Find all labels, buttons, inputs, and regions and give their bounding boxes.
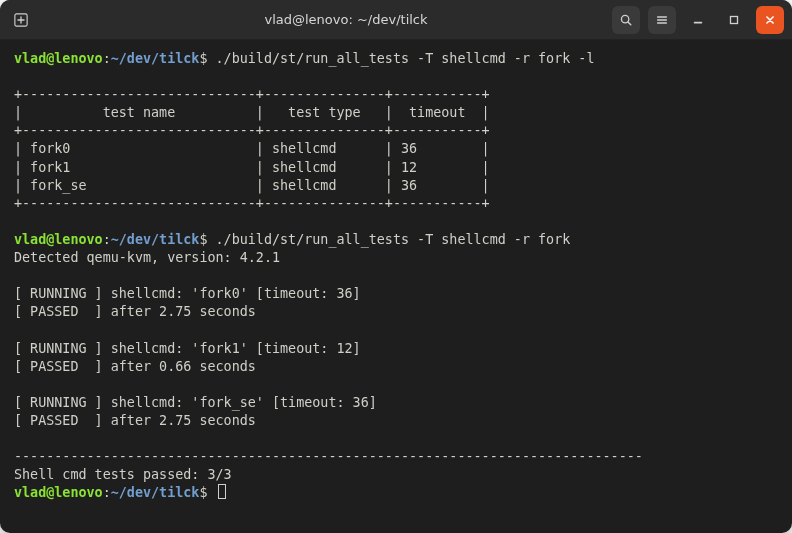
- prompt-sep: :: [103, 51, 111, 66]
- terminal-body[interactable]: vlad@lenovo:~/dev/tilck$ ./build/st/run_…: [0, 40, 792, 516]
- test-passed: [ PASSED ] after 0.66 seconds: [14, 359, 256, 374]
- prompt-path: ~/dev/tilck: [111, 232, 200, 247]
- close-icon: [763, 13, 777, 27]
- test-running: [ RUNNING ] shellcmd: 'fork_se' [timeout…: [14, 395, 377, 410]
- command-2: ./build/st/run_all_tests -T shellcmd -r …: [216, 232, 571, 247]
- table-row: | fork0 | shellcmd | 36 |: [14, 141, 490, 156]
- minimize-button[interactable]: [684, 6, 712, 34]
- table-border-mid: +-----------------------------+---------…: [14, 123, 490, 138]
- prompt-user: vlad: [14, 232, 46, 247]
- command-1: ./build/st/run_all_tests -T shellcmd -r …: [216, 51, 595, 66]
- window-title: vlad@lenovo: ~/dev/tilck: [128, 11, 564, 29]
- prompt-dollar: $: [199, 485, 207, 500]
- table-row: | fork_se | shellcmd | 36 |: [14, 178, 490, 193]
- prompt-path: ~/dev/tilck: [111, 51, 200, 66]
- maximize-icon: [727, 13, 741, 27]
- maximize-button[interactable]: [720, 6, 748, 34]
- prompt-host: @lenovo: [46, 485, 102, 500]
- minimize-icon: [691, 13, 705, 27]
- prompt-path: ~/dev/tilck: [111, 485, 200, 500]
- menu-button[interactable]: [648, 6, 676, 34]
- prompt-host: @lenovo: [46, 51, 102, 66]
- test-passed: [ PASSED ] after 2.75 seconds: [14, 304, 256, 319]
- detected-line: Detected qemu-kvm, version: 4.2.1: [14, 250, 280, 265]
- svg-line-2: [628, 21, 631, 24]
- prompt-host: @lenovo: [46, 232, 102, 247]
- cursor: [218, 484, 226, 499]
- table-border-top: +-----------------------------+---------…: [14, 87, 490, 102]
- prompt-user: vlad: [14, 485, 46, 500]
- test-running: [ RUNNING ] shellcmd: 'fork0' [timeout: …: [14, 286, 361, 301]
- table-row: | fork1 | shellcmd | 12 |: [14, 160, 490, 175]
- prompt-dollar: $: [199, 232, 207, 247]
- search-icon: [619, 13, 633, 27]
- prompt-dollar: $: [199, 51, 207, 66]
- terminal-window: vlad@lenovo: ~/dev/tilck: [0, 0, 792, 533]
- test-passed: [ PASSED ] after 2.75 seconds: [14, 413, 256, 428]
- table-header: | test name | test type | timeout |: [14, 105, 490, 120]
- svg-rect-4: [731, 16, 738, 23]
- titlebar: vlad@lenovo: ~/dev/tilck: [0, 0, 792, 40]
- divider: ----------------------------------------…: [14, 449, 643, 464]
- table-border-bot: +-----------------------------+---------…: [14, 196, 490, 211]
- prompt-sep: :: [103, 485, 111, 500]
- summary: Shell cmd tests passed: 3/3: [14, 467, 232, 482]
- close-button[interactable]: [756, 6, 784, 34]
- new-tab-button[interactable]: [8, 7, 34, 33]
- prompt-sep: :: [103, 232, 111, 247]
- test-running: [ RUNNING ] shellcmd: 'fork1' [timeout: …: [14, 341, 361, 356]
- plus-box-icon: [14, 13, 28, 27]
- hamburger-icon: [655, 13, 669, 27]
- search-button[interactable]: [612, 6, 640, 34]
- prompt-user: vlad: [14, 51, 46, 66]
